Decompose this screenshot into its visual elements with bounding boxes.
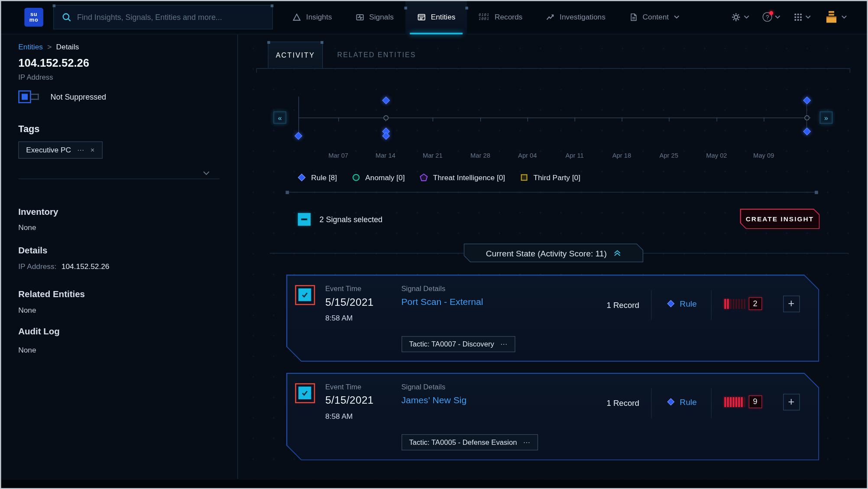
divider	[711, 388, 711, 418]
nav-records[interactable]: 0101 1001 Records	[467, 0, 534, 34]
timeline-signal-marker[interactable]	[803, 97, 811, 104]
details-field-value: 104.152.52.26	[62, 262, 110, 271]
tag-remove-icon[interactable]: ×	[91, 146, 95, 154]
help-menu[interactable]: ?	[763, 12, 781, 22]
rule-diamond-icon	[667, 397, 675, 405]
notification-dot	[769, 11, 773, 15]
rule-diamond-icon	[297, 173, 306, 182]
divider	[651, 388, 651, 418]
current-state-toggle[interactable]: Current State (Activity Score: 11)	[464, 243, 644, 262]
severity-value: 2	[748, 297, 762, 310]
tabs-divider	[256, 68, 850, 69]
signal-title-link[interactable]: James' New Sig	[401, 395, 466, 405]
investigations-icon	[546, 13, 554, 21]
add-to-insight-button[interactable]: +	[783, 394, 799, 410]
corner-accent	[404, 6, 407, 9]
details-heading: Details	[18, 246, 47, 256]
breadcrumb-entities-link[interactable]: Entities	[18, 43, 43, 51]
settings-menu[interactable]	[731, 12, 749, 22]
tactic-chip[interactable]: Tactic: TA0007 - Discovery ⋯	[401, 336, 515, 352]
timeline-signal-marker[interactable]	[382, 132, 390, 140]
nav-signals[interactable]: Signals	[343, 0, 405, 34]
chevron-down-icon	[842, 15, 847, 19]
tags-heading: Tags	[18, 124, 39, 135]
current-state-label: Current State (Activity Score: 11)	[486, 248, 607, 258]
toggle-rail	[31, 94, 39, 100]
nav-entities[interactable]: Entities	[405, 0, 467, 34]
legend-threat-intelligence[interactable]: Threat Intelligence [0]	[419, 173, 505, 182]
primary-nav: Insights Signals Entities 0101 1001 Reco…	[281, 0, 691, 34]
create-insight-button[interactable]: CREATE INSIGHT	[740, 208, 819, 229]
nav-content[interactable]: Content	[617, 0, 691, 34]
event-time-label: Event Time	[325, 382, 374, 391]
event-time-column: Event Time 5/15/2021 8:58 AM	[325, 382, 374, 420]
tactic-label: Tactic: TA0007 - Discovery	[409, 340, 494, 348]
entity-activity-panel: ACTIVITY RELATED ENTITIES « » Mar 07 Mar…	[238, 34, 868, 479]
select-all-checkbox[interactable]	[298, 213, 311, 226]
timeline-axis-point[interactable]	[804, 115, 810, 120]
user-menu[interactable]	[824, 10, 847, 23]
chevron-down-icon	[674, 15, 680, 19]
related-entities-heading: Related Entities	[18, 289, 85, 299]
tags-expand-chevron[interactable]	[203, 168, 210, 178]
check-icon	[301, 291, 309, 299]
inventory-value: None	[18, 223, 36, 232]
records-icon-text: 1001	[479, 17, 489, 20]
tactic-label: Tactic: TA0005 - Defense Evasion	[409, 438, 517, 446]
indeterminate-dash	[301, 219, 307, 220]
nav-insights[interactable]: Insights	[281, 0, 343, 34]
signal-title-link[interactable]: Port Scan - External	[401, 296, 483, 307]
search-icon	[62, 12, 71, 22]
signal-checkbox[interactable]	[295, 383, 315, 403]
timeline-axis-point[interactable]	[383, 115, 389, 120]
timeline-next-button[interactable]: »	[820, 111, 832, 123]
nav-label: Signals	[369, 13, 394, 21]
apps-menu[interactable]	[794, 13, 811, 21]
rule-diamond-icon	[667, 299, 675, 308]
tag-more-icon[interactable]: ⋯	[77, 146, 84, 154]
nav-label: Records	[495, 13, 522, 21]
tactic-chip[interactable]: Tactic: TA0005 - Defense Evasion ⋯	[401, 434, 538, 450]
timeline-signal-marker[interactable]	[803, 127, 811, 135]
severity-bars	[724, 298, 745, 308]
tag-chip[interactable]: Executive PC ⋯ ×	[18, 142, 102, 159]
timeline-prev-button[interactable]: «	[273, 111, 286, 123]
checkbox-checked	[298, 387, 311, 399]
timeline-legend: Rule [8] Anomaly [0] Threat Intelligence…	[297, 173, 580, 182]
add-to-insight-button[interactable]: +	[783, 295, 799, 312]
signal-checkbox[interactable]	[295, 285, 315, 305]
event-time-column: Event Time 5/15/2021 8:58 AM	[325, 284, 374, 322]
timeline-signal-marker[interactable]	[295, 132, 302, 140]
toggle-fill	[22, 94, 28, 100]
nav-investigations[interactable]: Investigations	[534, 0, 617, 34]
signals-icon	[355, 13, 364, 21]
timeline-signal-marker[interactable]	[382, 97, 390, 104]
legend-rule[interactable]: Rule [8]	[297, 173, 337, 182]
legend-anomaly[interactable]: Anomaly [0]	[351, 173, 405, 182]
nav-label: Investigations	[560, 13, 606, 21]
tab-related-entities[interactable]: RELATED ENTITIES	[332, 42, 422, 68]
sumo-logo[interactable]: su mo	[24, 7, 43, 26]
insights-icon	[292, 13, 301, 21]
global-search[interactable]	[53, 5, 273, 29]
tactic-more-icon[interactable]: ⋯	[523, 438, 531, 446]
search-input[interactable]	[77, 13, 265, 21]
tactic-more-icon[interactable]: ⋯	[500, 340, 508, 348]
related-entities-value: None	[18, 306, 36, 314]
signal-type-label: Rule	[680, 397, 697, 406]
suppression-toggle[interactable]	[18, 91, 39, 103]
event-date: 5/15/2021	[325, 296, 374, 308]
legend-third-party[interactable]: Third Party [0]	[519, 173, 580, 182]
timeline: Mar 07 Mar 14 Mar 21 Mar 28 Apr 04 Apr 1…	[298, 97, 811, 166]
avatar	[824, 10, 839, 23]
record-count: 1 Record	[589, 300, 639, 309]
divider	[711, 290, 711, 320]
anomaly-circle-icon	[351, 173, 360, 182]
signal-details-column: Signal Details Port Scan - External	[401, 284, 483, 307]
third-party-square-icon	[519, 173, 528, 182]
legend-label: Threat Intelligence [0]	[433, 173, 505, 181]
tab-activity[interactable]: ACTIVITY	[268, 42, 323, 68]
audit-log-heading: Audit Log	[18, 327, 60, 337]
signal-card: Event Time 5/15/2021 8:58 AM Signal Deta…	[286, 373, 819, 460]
legend-label: Rule [8]	[311, 173, 337, 181]
